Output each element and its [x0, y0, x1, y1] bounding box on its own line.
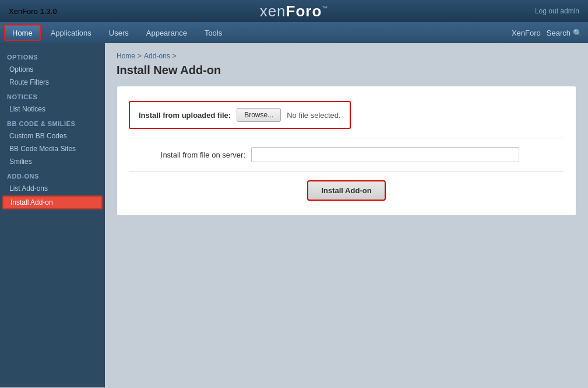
- top-header: XenForo 1.3.0 xenForo™ Log out admin: [0, 0, 588, 22]
- search-icon: 🔍: [573, 29, 582, 37]
- sidebar-section-addons: Add-ons List Add-ons Install Add-on: [0, 168, 105, 209]
- main-layout: Options Options Route Filters Notices Li…: [0, 43, 588, 387]
- sidebar-title-options: Options: [0, 49, 105, 63]
- search-label[interactable]: Search: [547, 29, 571, 37]
- sidebar-item-install-addon[interactable]: Install Add-on: [2, 195, 103, 209]
- nav-item-home[interactable]: Home: [4, 25, 41, 41]
- install-btn-wrapper: Install Add-on: [129, 180, 564, 201]
- content-area: Home > Add-ons > Install New Add-on Inst…: [105, 43, 588, 387]
- breadcrumb-addons[interactable]: Add-ons: [144, 52, 170, 60]
- sidebar-item-options[interactable]: Options: [0, 63, 105, 76]
- brand-version: XenForo 1.3.0: [9, 7, 57, 16]
- sidebar-section-notices: Notices List Notices: [0, 89, 105, 116]
- sidebar-section-bbcode: BB Code & Smilies Custom BB Codes BB Cod…: [0, 116, 105, 168]
- no-file-text: No file selected.: [287, 111, 341, 120]
- install-addon-button[interactable]: Install Add-on: [307, 180, 385, 201]
- upload-label: Install from uploaded file:: [139, 111, 231, 120]
- nav-bar: Home Applications Users Appearance Tools…: [0, 22, 588, 43]
- nav-xenforo-link[interactable]: XenForo: [512, 29, 541, 37]
- server-file-row: Install from file on server:: [129, 147, 564, 162]
- sidebar-title-addons: Add-ons: [0, 168, 105, 182]
- logo-xen: xen: [260, 2, 286, 20]
- upload-section: Install from uploaded file: Browse... No…: [129, 101, 351, 129]
- logo-foro: Foro: [286, 2, 322, 20]
- form-divider: [129, 138, 564, 138]
- page-title: Install New Add-on: [117, 64, 576, 77]
- nav-item-appearance[interactable]: Appearance: [139, 25, 195, 41]
- sidebar-title-bbcode: BB Code & Smilies: [0, 116, 105, 130]
- breadcrumb-sep2: >: [172, 52, 177, 60]
- breadcrumb-sep1: >: [138, 52, 142, 60]
- sidebar-item-bb-code-media-sites[interactable]: BB Code Media Sites: [0, 142, 105, 155]
- white-box: Install from uploaded file: Browse... No…: [117, 86, 576, 216]
- form-divider-2: [129, 171, 564, 172]
- sidebar-item-smilies[interactable]: Smilies: [0, 155, 105, 168]
- upload-file-row: Install from uploaded file: Browse... No…: [129, 101, 564, 129]
- sidebar-item-route-filters[interactable]: Route Filters: [0, 76, 105, 89]
- breadcrumb: Home > Add-ons >: [117, 52, 576, 60]
- sidebar-title-notices: Notices: [0, 89, 105, 103]
- sidebar: Options Options Route Filters Notices Li…: [0, 43, 105, 387]
- sidebar-section-options: Options Options Route Filters: [0, 49, 105, 89]
- nav-item-users[interactable]: Users: [101, 25, 136, 41]
- sidebar-item-list-addons[interactable]: List Add-ons: [0, 182, 105, 195]
- search-box[interactable]: Search 🔍: [547, 29, 582, 37]
- nav-right: XenForo Search 🔍: [512, 22, 582, 43]
- browse-button[interactable]: Browse...: [237, 108, 281, 122]
- sidebar-item-custom-bb-codes[interactable]: Custom BB Codes: [0, 130, 105, 142]
- server-label: Install from file on server:: [129, 151, 245, 159]
- sidebar-item-list-notices[interactable]: List Notices: [0, 103, 105, 116]
- server-path-input[interactable]: [251, 147, 519, 162]
- logo-area: xenForo™: [260, 2, 329, 20]
- breadcrumb-home[interactable]: Home: [117, 52, 135, 60]
- nav-item-tools[interactable]: Tools: [197, 25, 230, 41]
- logo-tm: ™: [322, 5, 328, 12]
- logout-link[interactable]: Log out admin: [535, 7, 579, 15]
- nav-item-applications[interactable]: Applications: [43, 25, 99, 41]
